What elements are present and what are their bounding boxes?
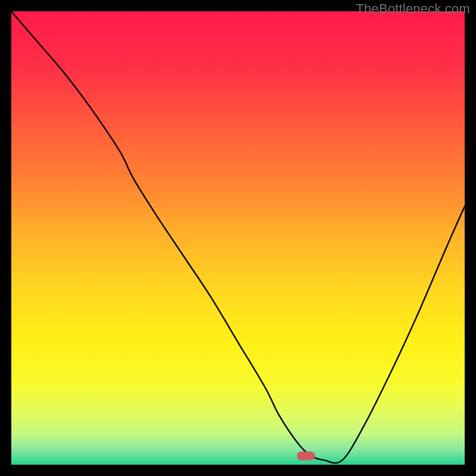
plot-area xyxy=(11,11,465,465)
watermark-text: TheBottleneck.com xyxy=(356,1,470,17)
optimal-marker xyxy=(297,452,315,461)
gradient-background xyxy=(11,11,465,465)
chart-frame: TheBottleneck.com xyxy=(0,0,476,476)
bottleneck-chart xyxy=(11,11,465,465)
